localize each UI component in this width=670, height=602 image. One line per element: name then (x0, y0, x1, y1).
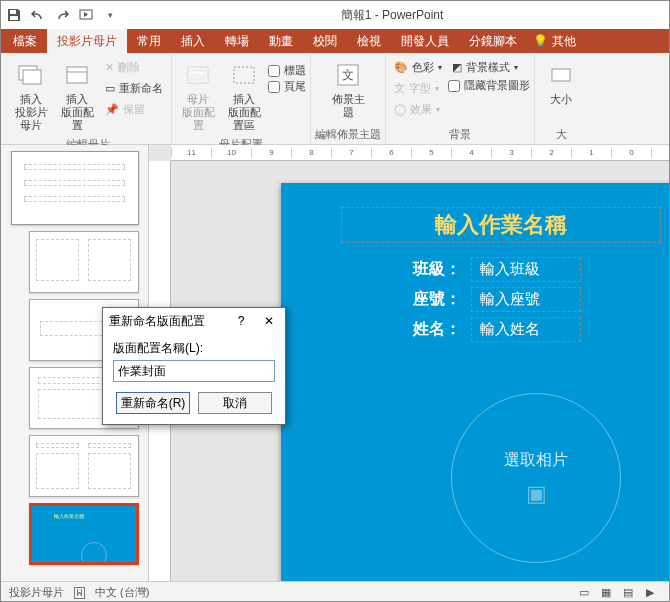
rename-button[interactable]: ▭重新命名 (101, 78, 167, 98)
tab-file[interactable]: 檔案 (3, 29, 47, 53)
chk-title[interactable]: 標題 (268, 63, 306, 78)
tab-review[interactable]: 校閱 (303, 29, 347, 53)
window-title: 簡報1 - PowerPoint (119, 7, 665, 24)
tab-slide-master[interactable]: 投影片母片 (47, 29, 127, 53)
insert-layout-button[interactable]: 插入 版面配置 (55, 57, 99, 135)
field-label: 版面配置名稱(L): (113, 340, 275, 357)
tab-animations[interactable]: 動畫 (259, 29, 303, 53)
delete-icon: ✕ (105, 61, 114, 74)
placeholder-name[interactable]: 輸入姓名 (471, 317, 581, 342)
cancel-button[interactable]: 取消 (198, 392, 272, 414)
tab-storyboard[interactable]: 分鏡腳本 (459, 29, 527, 53)
ribbon-tabs: 檔案 投影片母片 常用 插入 轉場 動畫 校閱 檢視 開發人員 分鏡腳本 💡其他 (1, 29, 669, 53)
layout-name-input[interactable] (113, 360, 275, 382)
ruler-horizontal: 1110987654321012 (171, 145, 669, 161)
thumb-layout[interactable] (29, 231, 139, 293)
preserve-icon: 📌 (105, 103, 119, 116)
group-size: 大小 大 (535, 55, 587, 144)
rename-layout-dialog: 重新命名版面配置 ? ✕ 版面配置名稱(L): 重新命名(R) 取消 (102, 307, 286, 425)
tab-developer[interactable]: 開發人員 (391, 29, 459, 53)
delete-button[interactable]: ✕刪除 (101, 57, 167, 77)
thumb-master[interactable] (11, 151, 139, 225)
group-label: 背景 (449, 125, 471, 144)
group-background: 🎨色彩▾ 文字型▾ ◯效果▾ ◩背景樣式▾ 隱藏背景圖形 背景 (386, 55, 535, 144)
effects-icon: ◯ (394, 103, 406, 116)
dialog-titlebar[interactable]: 重新命名版面配置 ? ✕ (103, 308, 285, 334)
quick-access-toolbar: ▾ (5, 6, 119, 24)
placeholder-title[interactable]: 輸入作業名稱 (341, 207, 661, 243)
colors-button[interactable]: 🎨色彩▾ (390, 57, 446, 77)
close-icon[interactable]: ✕ (259, 314, 279, 328)
slide-master-icon (15, 59, 47, 91)
size-icon (545, 59, 577, 91)
group-label: 編輯佈景主題 (315, 125, 381, 144)
placeholder-photo[interactable]: 選取相片 ▣ (451, 393, 621, 563)
placeholder-seat[interactable]: 輸入座號 (471, 287, 581, 312)
insert-slide-master-button[interactable]: 插入 投影片母片 (9, 57, 53, 135)
svg-rect-1 (10, 16, 18, 20)
tab-transitions[interactable]: 轉場 (215, 29, 259, 53)
svg-rect-4 (23, 70, 41, 84)
fonts-icon: 文 (394, 81, 405, 96)
fonts-button[interactable]: 文字型▾ (390, 78, 446, 98)
ribbon: 插入 投影片母片 插入 版面配置 ✕刪除 ▭重新命名 📌保留 編輯母片 母片 版… (1, 53, 669, 145)
group-label: 大 (556, 125, 567, 144)
view-reading-icon[interactable]: ▤ (617, 584, 639, 602)
view-slideshow-icon[interactable]: ▶ (639, 584, 661, 602)
themes-icon: 文 (332, 59, 364, 91)
svg-rect-9 (190, 74, 206, 81)
help-icon[interactable]: ? (231, 314, 251, 328)
save-icon[interactable] (5, 6, 23, 24)
svg-rect-10 (234, 67, 254, 83)
rename-icon: ▭ (105, 82, 115, 95)
chk-footers[interactable]: 頁尾 (268, 79, 306, 94)
rename-confirm-button[interactable]: 重新命名(R) (116, 392, 190, 414)
tab-home[interactable]: 常用 (127, 29, 171, 53)
svg-rect-8 (190, 69, 206, 72)
title-bar: ▾ 簡報1 - PowerPoint (1, 1, 669, 29)
status-bar: 投影片母片 🅆 中文 (台灣) ▭ ▦ ▤ ▶ (1, 581, 669, 602)
dialog-title: 重新命名版面配置 (109, 313, 223, 330)
bg-styles-icon: ◩ (452, 61, 462, 74)
effects-button[interactable]: ◯效果▾ (390, 99, 446, 119)
label-seat: 座號： (401, 289, 461, 310)
view-normal-icon[interactable]: ▭ (573, 584, 595, 602)
bg-styles-button[interactable]: ◩背景樣式▾ (448, 57, 530, 77)
placeholder-class[interactable]: 輸入班級 (471, 257, 581, 282)
thumb-layout[interactable] (29, 435, 139, 497)
status-language: 中文 (台灣) (95, 585, 149, 600)
preserve-button[interactable]: 📌保留 (101, 99, 167, 119)
label-name: 姓名： (401, 319, 461, 340)
tab-view[interactable]: 檢視 (347, 29, 391, 53)
layout-icon (61, 59, 93, 91)
svg-rect-0 (10, 10, 16, 14)
tell-me[interactable]: 💡其他 (527, 29, 582, 53)
tab-insert[interactable]: 插入 (171, 29, 215, 53)
svg-rect-13 (552, 69, 570, 81)
undo-icon[interactable] (29, 6, 47, 24)
group-master-layout: 母片 版面配置 插入 版面配置區 標題 頁尾 母片配置 (172, 55, 311, 144)
master-layout-icon (182, 59, 214, 91)
thumb-layout-selected[interactable]: 輸入作業名稱 (29, 503, 139, 565)
insert-placeholder-button[interactable]: 插入 版面配置區 (222, 57, 266, 135)
photo-label: 選取相片 (504, 450, 568, 471)
svg-rect-5 (67, 67, 87, 83)
label-class: 班級： (401, 259, 461, 280)
slide-size-button[interactable]: 大小 (539, 57, 583, 108)
group-edit-master: 插入 投影片母片 插入 版面配置 ✕刪除 ▭重新命名 📌保留 編輯母片 (5, 55, 172, 144)
redo-icon[interactable] (53, 6, 71, 24)
master-layout-button[interactable]: 母片 版面配置 (176, 57, 220, 135)
group-edit-theme: 文 佈景主題 編輯佈景主題 (311, 55, 386, 144)
view-sorter-icon[interactable]: ▦ (595, 584, 617, 602)
slideshow-icon[interactable] (77, 6, 95, 24)
slide[interactable]: 輸入作業名稱 班級： 輸入班級 座號： 輸入座號 姓名： 輸入姓名 選取相片 ▣ (281, 183, 669, 581)
qat-dropdown-icon[interactable]: ▾ (101, 6, 119, 24)
svg-text:文: 文 (342, 68, 354, 82)
status-view: 投影片母片 (9, 585, 64, 600)
picture-icon[interactable]: ▣ (526, 481, 547, 507)
placeholder-icon (228, 59, 260, 91)
colors-icon: 🎨 (394, 61, 408, 74)
themes-button[interactable]: 文 佈景主題 (326, 57, 370, 121)
chk-hide-bg[interactable]: 隱藏背景圖形 (448, 78, 530, 93)
